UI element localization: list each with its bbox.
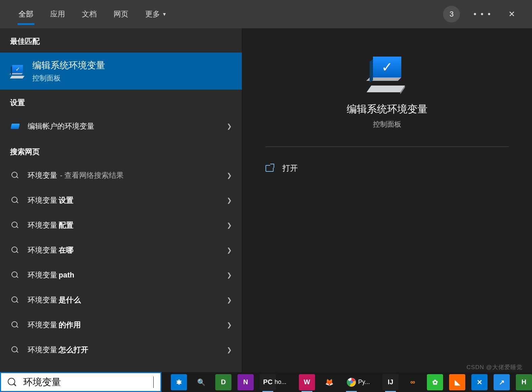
section-search-web: 搜索网页	[0, 139, 242, 163]
chevron-right-icon: ❯	[227, 172, 232, 179]
filter-tabs: 全部 应用 文档 网页 更多▼ 3 • • • ✕	[0, 0, 532, 28]
chevron-right-icon: ❯	[227, 296, 232, 304]
taskbar-app[interactable]: ◣	[449, 374, 465, 390]
best-match-title: 编辑系统环境变量	[32, 59, 105, 71]
chevron-right-icon: ❯	[227, 197, 232, 204]
settings-icon	[10, 124, 20, 129]
taskbar-app[interactable]: 🔍	[193, 374, 209, 390]
chevron-down-icon: ▼	[162, 11, 167, 17]
results-list: 最佳匹配 ✓ 编辑系统环境变量 控制面板 设置 编辑帐户的环境变量 ❯ 搜索网页…	[0, 28, 242, 372]
chevron-right-icon: ❯	[227, 222, 232, 229]
web-suggestion[interactable]: 环境变量怎么打开❯	[0, 337, 242, 362]
search-panel: 全部 应用 文档 网页 更多▼ 3 • • • ✕ 最佳匹配 ✓ 编辑系统环境变…	[0, 0, 532, 372]
web-suggestion[interactable]: 环境变量是什么❯	[0, 288, 242, 313]
best-match-item[interactable]: ✓ 编辑系统环境变量 控制面板	[0, 53, 242, 90]
taskbar-app[interactable]: W	[299, 374, 315, 390]
settings-item-account-env[interactable]: 编辑帐户的环境变量 ❯	[0, 114, 242, 139]
taskbar-app[interactable]: ↗	[494, 374, 510, 390]
taskbar-app[interactable]: ✕	[471, 374, 488, 390]
section-best-match: 最佳匹配	[0, 28, 242, 53]
search-icon	[11, 346, 19, 354]
taskbar-app[interactable]: ✿	[427, 374, 443, 390]
divider	[265, 146, 509, 147]
web-suggestion[interactable]: 环境变量的作用❯	[0, 313, 242, 337]
web-suggestion[interactable]: 环境变量path❯	[0, 263, 242, 288]
taskbar-app[interactable]: PCho...	[260, 374, 276, 390]
taskbar-app[interactable]: N	[238, 374, 254, 390]
chevron-right-icon: ❯	[227, 123, 232, 130]
taskbar-app[interactable]: ✱	[171, 374, 187, 390]
search-icon	[11, 197, 19, 204]
web-suggestion[interactable]: 环境变量 - 查看网络搜索结果❯	[0, 163, 242, 188]
search-icon	[11, 172, 19, 179]
taskbar-app[interactable]: H	[516, 374, 532, 390]
taskbar-app[interactable]: ∞	[405, 374, 421, 390]
search-icon	[11, 296, 19, 304]
taskbar-app[interactable]: 🦊	[321, 374, 337, 390]
web-suggestion[interactable]: 环境变量配置❯	[0, 213, 242, 238]
tab-docs[interactable]: 文档	[73, 0, 105, 28]
preview-subtitle: 控制面板	[373, 120, 401, 129]
section-settings: 设置	[0, 90, 242, 114]
open-icon	[265, 165, 274, 172]
search-icon	[11, 222, 19, 229]
taskbar-app[interactable]: D	[215, 374, 231, 390]
tab-web[interactable]: 网页	[105, 0, 137, 28]
chevron-right-icon: ❯	[227, 346, 232, 354]
tab-more[interactable]: 更多▼	[137, 0, 175, 28]
tab-all[interactable]: 全部	[10, 0, 42, 28]
text-cursor	[153, 377, 154, 388]
chevron-right-icon: ❯	[227, 321, 232, 329]
search-box[interactable]	[0, 372, 161, 392]
web-suggestion[interactable]: 环境变量在哪❯	[0, 238, 242, 263]
preview-title: 编辑系统环境变量	[347, 102, 428, 116]
web-suggestion[interactable]: 环境变量设置❯	[0, 188, 242, 213]
search-input[interactable]	[23, 377, 147, 388]
open-button[interactable]: 打开	[265, 161, 509, 175]
taskbar: ✱🔍DNPCho...W🦊Py...IJ∞✿◣✕↗H	[0, 372, 532, 392]
rewards-badge[interactable]: 3	[443, 6, 460, 23]
chevron-right-icon: ❯	[227, 247, 232, 254]
preview-pane: ✓ 编辑系统环境变量 控制面板 打开	[242, 28, 532, 372]
control-panel-icon: ✓	[367, 52, 407, 92]
search-icon	[11, 247, 19, 254]
search-icon	[8, 378, 17, 387]
tab-apps[interactable]: 应用	[42, 0, 73, 28]
taskbar-app[interactable]: Py...	[343, 374, 359, 390]
watermark: CSDN @大佬爱睡觉	[467, 363, 523, 371]
best-match-subtitle: 控制面板	[32, 73, 105, 83]
search-icon	[11, 321, 19, 329]
options-icon[interactable]: • • •	[473, 9, 492, 19]
control-panel-icon: ✓	[10, 64, 25, 78]
search-icon	[11, 271, 19, 279]
close-icon[interactable]: ✕	[505, 9, 519, 19]
taskbar-app[interactable]: IJ	[382, 374, 399, 390]
chevron-right-icon: ❯	[227, 271, 232, 279]
